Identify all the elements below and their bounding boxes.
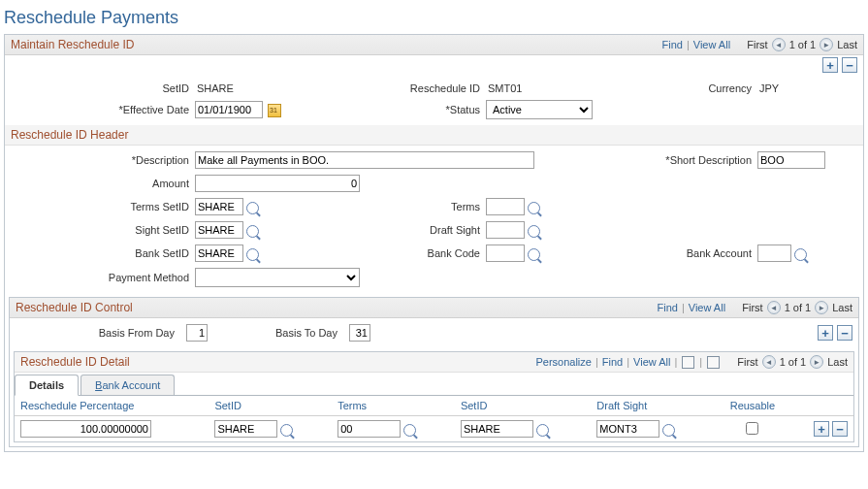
effective-date-input[interactable] (195, 101, 263, 118)
terms-label: Terms (370, 201, 486, 212)
tab-bank-account[interactable]: Bank Account (80, 375, 175, 395)
detail-grid: Reschedule Percentage SetID Terms SetID … (15, 396, 853, 441)
lookup-icon[interactable] (246, 248, 259, 261)
reusable-checkbox[interactable] (746, 422, 758, 435)
view-all-link[interactable]: View All (693, 39, 730, 50)
prev-icon[interactable]: ◄ (772, 38, 786, 51)
delete-row-icon[interactable]: − (837, 325, 852, 341)
bank-code-label: Bank Code (370, 247, 486, 259)
next-icon[interactable]: ► (815, 301, 828, 314)
record-counter: 1 of 1 (789, 39, 817, 50)
view-all-link[interactable]: View All (689, 302, 725, 313)
bank-code-input[interactable] (486, 244, 525, 262)
draft-sight-input[interactable] (596, 420, 659, 438)
terms-input[interactable] (338, 420, 401, 438)
col-terms[interactable]: Terms (332, 396, 455, 416)
prev-icon[interactable]: ◄ (762, 355, 776, 369)
reschedule-id-value: SMT01 (486, 82, 622, 94)
find-link[interactable]: Find (658, 302, 678, 313)
bank-account-label: Bank Account (622, 247, 757, 259)
setid-label: SetID (11, 82, 195, 94)
view-all-link[interactable]: View All (633, 356, 670, 368)
amount-input[interactable] (195, 175, 360, 192)
find-link[interactable]: Find (602, 356, 623, 368)
lookup-icon[interactable] (528, 202, 540, 214)
header-title: Reschedule ID Header (5, 125, 863, 146)
setid1-input[interactable] (214, 420, 277, 438)
bank-setid-input[interactable] (195, 244, 243, 262)
description-label: Description (11, 154, 195, 166)
lookup-icon[interactable] (536, 424, 549, 437)
control-toolbar: Find | View All First ◄ 1 of 1 ► Last (658, 301, 852, 314)
col-pct[interactable]: Reschedule Percentage (15, 396, 209, 416)
pct-input[interactable] (20, 420, 151, 438)
find-link[interactable]: Find (662, 39, 683, 50)
short-desc-label: Short Description (622, 154, 757, 166)
reschedule-id-label: Reschedule ID (370, 82, 486, 94)
lookup-icon[interactable] (528, 225, 540, 238)
page-title: Reschedule Payments (4, 4, 864, 32)
maintain-title: Maintain Reschedule ID (11, 38, 134, 51)
bank-setid-label: Bank SetID (11, 247, 195, 259)
description-input[interactable] (195, 151, 534, 169)
lookup-icon[interactable] (246, 202, 259, 214)
basis-to-input[interactable] (349, 324, 370, 342)
lookup-icon[interactable] (794, 248, 807, 261)
basis-from-input[interactable] (186, 324, 208, 342)
grid-icon[interactable] (707, 356, 720, 369)
terms-input[interactable] (486, 198, 525, 215)
lookup-icon[interactable] (280, 424, 293, 437)
next-icon[interactable]: ► (820, 38, 833, 51)
lookup-icon[interactable] (528, 248, 540, 261)
prev-icon[interactable]: ◄ (767, 301, 781, 314)
table-row: + − (15, 416, 853, 442)
maintain-toolbar: Find | View All First ◄ 1 of 1 ► Last (662, 38, 857, 51)
lookup-icon[interactable] (662, 424, 675, 437)
detail-title: Reschedule ID Detail (20, 355, 130, 369)
draft-sight-input[interactable] (486, 221, 525, 239)
lookup-icon[interactable] (403, 424, 416, 437)
bank-account-input[interactable] (757, 244, 791, 262)
add-row-icon[interactable]: + (822, 57, 838, 73)
calendar-icon[interactable] (268, 104, 281, 117)
record-counter: 1 of 1 (785, 302, 812, 313)
add-row-icon[interactable]: + (818, 325, 833, 341)
draft-sight-label: Draft Sight (370, 224, 486, 236)
sight-setid-label: Sight SetID (11, 224, 195, 236)
first-label: First (747, 39, 767, 50)
status-label: Status (370, 104, 486, 115)
terms-setid-label: Terms SetID (11, 201, 195, 212)
payment-method-select[interactable] (195, 268, 360, 287)
currency-value: JPY (757, 82, 857, 94)
terms-setid-input[interactable] (195, 198, 243, 215)
col-setid1[interactable]: SetID (209, 396, 332, 416)
sight-setid-input[interactable] (195, 221, 243, 239)
payment-method-label: Payment Method (11, 272, 195, 283)
lookup-icon[interactable] (246, 225, 259, 238)
setid2-input[interactable] (461, 420, 533, 438)
col-setid2[interactable]: SetID (455, 396, 591, 416)
short-desc-input[interactable] (757, 151, 825, 169)
zoom-icon[interactable] (682, 356, 694, 369)
col-draft-sight[interactable]: Draft Sight (591, 396, 714, 416)
basis-from-label: Basis From Day (16, 327, 180, 339)
maintain-section: Maintain Reschedule ID Find | View All F… (4, 34, 864, 452)
record-counter: 1 of 1 (780, 356, 807, 368)
control-title: Reschedule ID Control (16, 301, 133, 314)
setid-value: SHARE (195, 82, 370, 94)
tab-details[interactable]: Details (15, 375, 79, 396)
delete-row-icon[interactable]: − (842, 57, 857, 73)
last-label: Last (837, 39, 857, 50)
col-reusable[interactable]: Reusable (714, 396, 791, 416)
status-select[interactable]: Active (486, 100, 593, 119)
delete-row-icon[interactable]: − (832, 421, 848, 437)
effective-date-label: Effective Date (11, 104, 195, 115)
add-row-icon[interactable]: + (814, 421, 829, 437)
personalize-link[interactable]: Personalize (535, 356, 591, 368)
currency-label: Currency (622, 82, 757, 94)
basis-to-label: Basis To Day (227, 327, 343, 339)
next-icon[interactable]: ► (810, 355, 823, 369)
amount-label: Amount (11, 178, 195, 189)
